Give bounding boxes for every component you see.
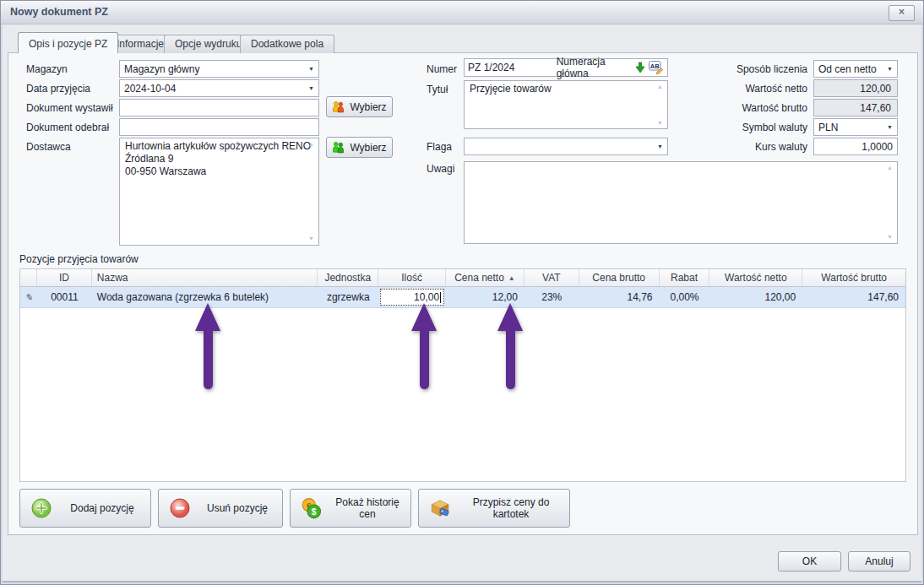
green-down-arrow-icon[interactable] (635, 62, 645, 73)
ilosc-value: 10,00 (414, 291, 439, 303)
grid-header-cena-brutto[interactable]: Cena brutto (579, 269, 660, 286)
pencil-icon: ✎ (24, 292, 32, 303)
magazyn-combo[interactable]: Magazyn główny ▼ (119, 60, 319, 78)
data-przyjecia-label: Data przyjęcia (26, 83, 90, 95)
cell-cena-brutto[interactable]: 14,76 (579, 287, 660, 307)
dostawca-textarea[interactable]: Hurtownia artykułów spożywczych RENO Źró… (119, 138, 319, 246)
dialog-nowy-dokument-pz: Nowy dokument PZ × Opis i pozycje PZ Inf… (0, 0, 924, 585)
people-green-icon (332, 141, 345, 154)
grid-header-jednostka[interactable]: Jednostka (318, 269, 378, 286)
anuluj-button[interactable]: Anuluj (848, 551, 910, 571)
cell-wartosc-brutto[interactable]: 147,60 (802, 287, 905, 307)
magazyn-value: Magazyn główny (124, 63, 305, 75)
cell-vat[interactable]: 23% (525, 287, 579, 307)
cell-wartosc-netto[interactable]: 120,00 (709, 287, 802, 307)
wybierz-wystawil-button[interactable]: Wybierz (326, 96, 393, 117)
dokument-wystawil-label: Dokument wystawił (26, 102, 113, 114)
uwagi-label: Uwagi (427, 163, 454, 175)
grid-header-row: ID Nazwa Jednostka Ilość Cena netto ▲ VA… (20, 269, 905, 287)
dokument-odebral-input[interactable] (119, 118, 319, 136)
cell-id[interactable]: 00011 (37, 287, 92, 307)
window-title: Nowy dokument PZ (10, 6, 108, 18)
arrow-shaft (420, 330, 429, 389)
coins-icon: € $ (301, 497, 323, 519)
uwagi-textarea[interactable] (464, 161, 898, 244)
tytul-textarea[interactable]: Przyjęcie towarów (464, 80, 668, 129)
chevron-down-icon[interactable]: ▼ (657, 144, 663, 149)
arrow-shaft (204, 330, 213, 389)
symbol-waluty-label: Symbol waluty (715, 122, 807, 133)
arrow-head (195, 303, 220, 331)
dokument-wystawil-input[interactable] (119, 99, 319, 116)
minus-circle-icon (169, 497, 191, 519)
title-bar[interactable]: Nowy dokument PZ × (1, 1, 923, 24)
svg-text:AB: AB (650, 62, 660, 70)
scroll-up-icon[interactable]: ▲ (657, 84, 663, 89)
dodaj-pozycje-button[interactable]: Dodaj pozycję (19, 489, 151, 528)
tytul-label: Tytuł (427, 84, 448, 95)
grid-header-nazwa[interactable]: Nazwa (92, 269, 318, 286)
grid-header-rabat[interactable]: Rabat (660, 269, 710, 286)
ok-button[interactable]: OK (778, 551, 841, 571)
magazyn-label: Magazyn (26, 63, 68, 75)
chevron-down-icon[interactable]: ▼ (887, 66, 893, 72)
chevron-down-icon[interactable]: ▼ (308, 85, 314, 91)
annotation-arrow-cena-netto (497, 303, 523, 389)
symbol-waluty-value: PLN (818, 122, 883, 133)
grid-header-vat[interactable]: VAT (525, 269, 579, 286)
flaga-label: Flaga (427, 141, 452, 153)
chevron-down-icon[interactable]: ▼ (308, 66, 314, 72)
scroll-down-icon[interactable]: ▼ (887, 234, 893, 240)
close-button[interactable]: × (889, 5, 915, 21)
tab-opis-i-pozycje[interactable]: Opis i pozycje PZ (18, 32, 118, 53)
grid-header-ilosc[interactable]: Ilość (378, 269, 446, 286)
wybierz-dostawca-button[interactable]: Wybierz (326, 137, 393, 158)
arrow-head (497, 303, 523, 331)
flaga-combo[interactable]: ▼ (464, 138, 668, 155)
symbol-waluty-combo[interactable]: PLN ▼ (813, 118, 898, 136)
tab-label: Opis i pozycje PZ (29, 38, 107, 50)
grid-header-cena-netto[interactable]: Cena netto ▲ (446, 269, 525, 286)
numer-value: PZ 1/2024 (468, 62, 553, 73)
anuluj-label: Anuluj (865, 555, 893, 567)
arrow-shaft (506, 330, 515, 389)
ok-label: OK (802, 555, 817, 567)
sposob-liczenia-combo[interactable]: Od cen netto ▼ (813, 60, 898, 78)
tab-dodatkowe-pola[interactable]: Dodatkowe pola (240, 35, 334, 53)
usun-pozycje-button[interactable]: Usuń pozycję (158, 489, 283, 528)
rename-ab-pencil-icon[interactable]: AB (649, 61, 664, 74)
data-przyjecia-combo[interactable]: 2024-10-04 ▼ (119, 79, 319, 97)
row-edit-marker: ✎ (20, 287, 37, 307)
dostawca-label: Dostawca (26, 141, 71, 153)
cell-jednostka[interactable]: zgrzewka (318, 287, 378, 307)
cell-rabat[interactable]: 0,00% (660, 287, 710, 307)
scroll-up-icon[interactable]: ▲ (308, 141, 314, 147)
table-row[interactable]: ✎ 00011 Woda gazowana (zgrzewka 6 butele… (20, 287, 905, 308)
tab-label: Opcje wydruku (175, 38, 242, 50)
numer-label: Numer (427, 63, 457, 75)
data-przyjecia-value: 2024-10-04 (124, 83, 305, 95)
numer-field[interactable]: PZ 1/2024 Numeracja główna AB (464, 58, 668, 77)
sort-ascending-icon: ▲ (508, 274, 515, 282)
przypisz-ceny-label: Przypisz ceny do kartotek (459, 496, 569, 520)
grid-header-wartosc-netto[interactable]: Wartość netto (709, 269, 802, 286)
wartosc-netto-field: 120,00 (813, 79, 898, 97)
przypisz-ceny-button[interactable]: Przypisz ceny do kartotek (418, 489, 570, 528)
kurs-waluty-input[interactable] (813, 138, 898, 155)
pokaz-historie-cen-button[interactable]: € $ Pokaż historię cen (290, 489, 411, 528)
wartosc-brutto-field: 147,60 (813, 99, 898, 116)
sposob-liczenia-label: Sposób liczenia (715, 63, 807, 75)
dodaj-pozycje-label: Dodaj pozycję (61, 502, 150, 514)
scroll-down-icon[interactable]: ▼ (657, 120, 663, 126)
kurs-waluty-label: Kurs waluty (715, 141, 807, 153)
pokaz-historie-cen-label: Pokaż historię cen (331, 496, 410, 520)
scroll-up-icon[interactable]: ▲ (887, 165, 893, 171)
pozycje-section-label: Pozycje przyjęcia towarów (19, 253, 139, 265)
close-icon: × (899, 6, 905, 18)
grid-header-wartosc-brutto[interactable]: Wartość brutto (802, 269, 905, 286)
arrow-head (411, 303, 437, 331)
wartosc-netto-label: Wartość netto (715, 83, 807, 95)
scroll-down-icon[interactable]: ▼ (308, 236, 314, 241)
chevron-down-icon[interactable]: ▼ (887, 124, 893, 130)
grid-header-id[interactable]: ID (37, 269, 92, 286)
